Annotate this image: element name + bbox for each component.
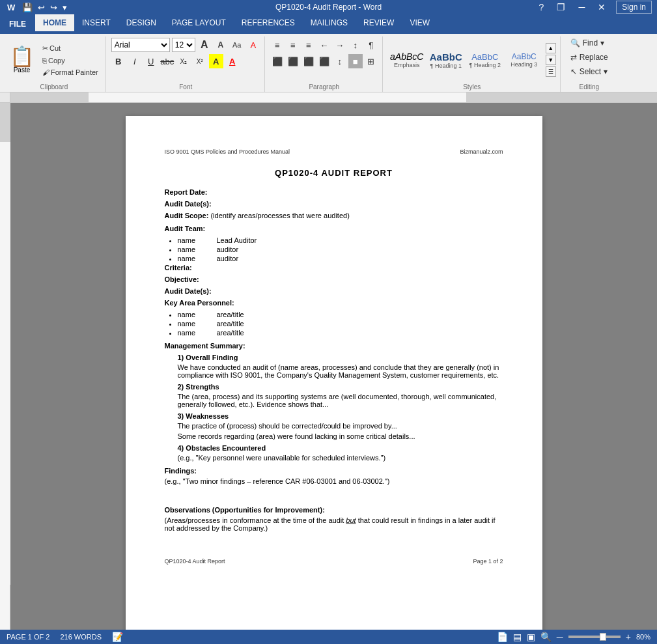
- editing-group-label: Editing: [579, 83, 599, 92]
- ribbon-tabs-row: FILE HOME INSERT DESIGN PAGE LAYOUT REFE…: [0, 14, 657, 34]
- strengths-heading: 2) Strengths: [178, 383, 503, 391]
- title-bar: W 💾 ↩ ↪ ▾ QP1020-4 Audit Report - Word ?…: [0, 0, 657, 14]
- observations-content: (Areas/processes in conformance at the t…: [165, 516, 503, 532]
- tab-design[interactable]: DESIGN: [119, 14, 164, 31]
- clear-format-button[interactable]: A: [246, 38, 260, 52]
- clipboard-group: 📋 Paste ✂ Cut ⎘ Copy 🖌 Format Painter Cl…: [3, 36, 106, 92]
- findings-heading: Findings:: [165, 467, 503, 475]
- bold-button[interactable]: B: [111, 54, 126, 68]
- justify-button[interactable]: ⬛: [317, 54, 331, 68]
- title-bar-controls: ? ❐ ─ ✕ Sign in: [537, 1, 652, 14]
- subscript-button[interactable]: X₂: [176, 54, 191, 68]
- tab-page-layout[interactable]: PAGE LAYOUT: [164, 14, 234, 31]
- sign-in-button[interactable]: Sign in: [616, 1, 652, 14]
- team-members-list: nameLead Auditor nameauditor nameauditor: [178, 236, 503, 262]
- change-case-button[interactable]: Aa: [230, 38, 244, 52]
- paste-button[interactable]: 📋 Paste: [7, 45, 37, 76]
- view-outline-icon[interactable]: 🔍: [540, 632, 552, 642]
- styles-gallery: aAbBcC Emphasis AaBbC ¶ Heading 1 AaBbC …: [388, 36, 556, 83]
- styles-more[interactable]: ☰: [546, 66, 556, 77]
- borders-button[interactable]: ⊞: [364, 54, 378, 68]
- align-right-button[interactable]: ⬛: [301, 54, 316, 68]
- font-name-select[interactable]: Arial: [111, 38, 170, 52]
- tab-home[interactable]: HOME: [35, 14, 74, 31]
- svg-rect-4: [0, 142, 10, 585]
- help-btn[interactable]: ?: [537, 2, 547, 12]
- tab-references[interactable]: REFERENCES: [234, 14, 303, 31]
- text-highlight-button[interactable]: A: [209, 54, 223, 68]
- replace-button[interactable]: ⇄ Replace: [566, 51, 613, 64]
- zoom-level: 80%: [636, 633, 650, 641]
- undo-btn[interactable]: ↩: [36, 3, 46, 12]
- line-spacing-button[interactable]: ↕: [333, 54, 347, 68]
- tab-review[interactable]: REVIEW: [356, 14, 402, 31]
- shading-button[interactable]: ■: [348, 54, 363, 68]
- audit-team-label: Audit Team:: [165, 225, 206, 232]
- zoom-slider[interactable]: [568, 636, 621, 638]
- heading1-style-item[interactable]: AaBbC ¶ Heading 1: [427, 38, 465, 82]
- list-item: nameauditor: [178, 255, 503, 262]
- audit-scope-hint: (identify areas/processes that were audi…: [210, 212, 349, 219]
- redo-btn[interactable]: ↪: [49, 3, 59, 12]
- numbering-button[interactable]: ≡: [286, 38, 300, 52]
- view-print-icon[interactable]: 📄: [497, 632, 508, 642]
- bullets-button[interactable]: ≡: [270, 38, 285, 52]
- select-button[interactable]: ↖ Select ▾: [566, 65, 613, 78]
- tab-mailings[interactable]: MAILINGS: [303, 14, 356, 31]
- document-area[interactable]: ISO 9001 QMS Policies and Procedures Man…: [10, 103, 657, 630]
- font-group-label: Font: [179, 83, 192, 92]
- view-web-icon[interactable]: ▣: [527, 632, 535, 642]
- increase-indent-button[interactable]: →: [333, 38, 347, 52]
- findings-content: (e.g., "Two minor findings – reference C…: [165, 477, 503, 485]
- align-center-button[interactable]: ⬛: [286, 54, 300, 68]
- styles-group-label: Styles: [463, 83, 481, 92]
- copy-button[interactable]: ⎘ Copy: [39, 55, 102, 66]
- editing-group: 🔍 Find ▾ ⇄ Replace ↖ Select ▾ Editing: [562, 36, 617, 92]
- font-size-select[interactable]: 12: [172, 38, 195, 52]
- emphasis-label: Emphasis: [394, 62, 420, 68]
- increase-font-button[interactable]: A: [197, 38, 212, 52]
- view-read-icon[interactable]: ▤: [513, 632, 522, 642]
- restore-btn[interactable]: ❐: [554, 2, 568, 12]
- zoom-out-button[interactable]: ─: [557, 632, 563, 642]
- main-area: ISO 9001 QMS Policies and Procedures Man…: [0, 103, 657, 630]
- italic-button[interactable]: I: [128, 54, 142, 68]
- save-btn[interactable]: 💾: [21, 3, 34, 12]
- strikethrough-button[interactable]: abc: [160, 54, 175, 68]
- emphasis-style-item[interactable]: aAbBcC Emphasis: [388, 38, 426, 82]
- sort-button[interactable]: ↕: [348, 38, 363, 52]
- find-button[interactable]: 🔍 Find ▾: [566, 36, 613, 49]
- close-btn[interactable]: ✕: [595, 2, 608, 12]
- decrease-indent-button[interactable]: ←: [317, 38, 331, 52]
- multilevel-button[interactable]: ≡: [301, 38, 316, 52]
- tab-insert[interactable]: INSERT: [74, 14, 119, 31]
- tab-view[interactable]: VIEW: [402, 14, 438, 31]
- customize-btn[interactable]: ▾: [61, 3, 68, 12]
- tab-file[interactable]: FILE: [0, 14, 35, 34]
- heading2-style-item[interactable]: AaBbC ¶ Heading 2: [466, 38, 504, 82]
- styles-scroll-down[interactable]: ▼: [546, 55, 556, 65]
- proofing-icon[interactable]: 📝: [112, 632, 123, 642]
- overall-finding-section: 1) Overall Finding We have conducted an …: [178, 354, 503, 379]
- zoom-in-button[interactable]: +: [626, 632, 631, 642]
- heading3-style-item[interactable]: AaBbC Heading 3: [505, 38, 543, 82]
- audit-dates-row: Audit Date(s):: [165, 200, 503, 208]
- ruler-svg: [10, 92, 657, 103]
- window-title: QP1020-4 Audit Report - Word: [275, 3, 382, 12]
- font-color-button[interactable]: A: [225, 54, 240, 68]
- underline-button[interactable]: U: [144, 54, 158, 68]
- weaknesses-section: 3) Weaknesses The practice of (process) …: [178, 412, 503, 440]
- styles-scroll-up[interactable]: ▲: [546, 43, 556, 53]
- superscript-button[interactable]: X²: [193, 54, 207, 68]
- zoom-thumb: [600, 633, 606, 641]
- minimize-btn[interactable]: ─: [576, 2, 587, 12]
- format-painter-button[interactable]: 🖌 Format Painter: [39, 67, 102, 77]
- align-left-button[interactable]: ⬛: [270, 54, 285, 68]
- ruler: [0, 92, 657, 103]
- font-top-row: Arial 12 A A Aa A: [111, 38, 260, 52]
- show-marks-button[interactable]: ¶: [364, 38, 378, 52]
- cut-button[interactable]: ✂ Cut: [39, 43, 102, 54]
- list-item: nameauditor: [178, 245, 503, 253]
- styles-group: aAbBcC Emphasis AaBbC ¶ Heading 1 AaBbC …: [384, 36, 561, 92]
- decrease-font-button[interactable]: A: [214, 38, 228, 52]
